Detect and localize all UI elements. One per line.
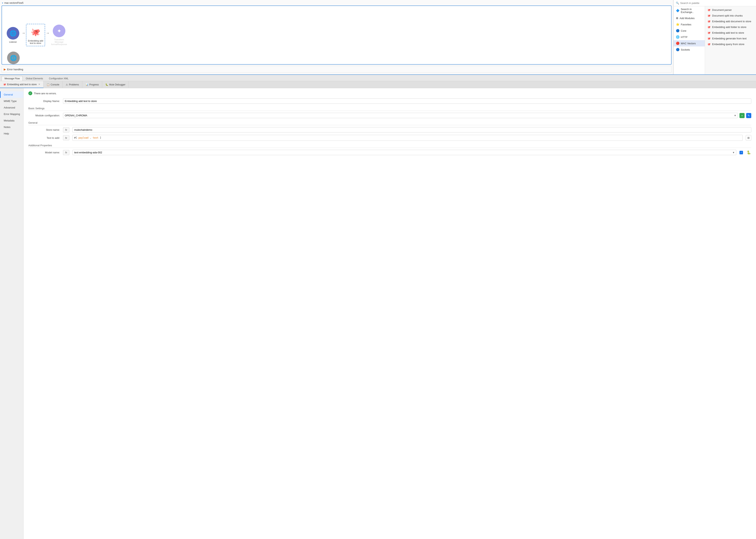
palette-search-input[interactable] <box>680 2 754 5</box>
display-name-input[interactable] <box>63 99 751 104</box>
canvas-tab-bar: Message Flow Global Elements Configurati… <box>0 75 756 81</box>
progress-label: Progress <box>89 83 99 86</box>
error-handling-label: Error handling <box>7 68 23 71</box>
mule-debugger-icon: 🐛 <box>105 83 108 86</box>
palette-left-panel: 🔷 Search in Exchange.. ⊕ Add Modules ⭐ F… <box>673 6 705 74</box>
transform-node[interactable]: ✦ Transform MessageformatResponse <box>50 25 68 45</box>
text-to-add-input[interactable]: #[ payload . text ] <box>72 135 743 141</box>
general-section-header: General <box>28 121 751 125</box>
flow-container: 🌐 Listener → 🐙 Embedding addtext to stor… <box>2 6 672 65</box>
search-icon: 🔍 <box>676 2 679 5</box>
nav-advanced[interactable]: Advanced <box>0 104 24 111</box>
flow-title-arrow: ▼ <box>2 2 4 4</box>
nav-general[interactable]: General <box>0 91 24 98</box>
add-config-btn[interactable]: + <box>739 113 745 118</box>
tab-configuration-xml[interactable]: Configuration XML <box>46 76 71 81</box>
palette-embed-add-doc[interactable]: 🐙 Embedding add document to store <box>705 19 756 24</box>
error-triangle-icon: ▶ <box>4 68 6 71</box>
tab-embed-close[interactable]: ✕ <box>38 83 40 86</box>
green-check-icon: ✓ <box>28 91 32 95</box>
bottom-main: General MIME Type Advanced Error Mapping… <box>0 88 756 539</box>
core-icon: 🔵 <box>676 29 680 33</box>
edit-config-btn[interactable]: ✎ <box>746 113 751 118</box>
palette-sockets[interactable]: 🔵 Sockets <box>673 46 705 53</box>
embed-add-text-label: Embedding add text to store <box>712 31 744 34</box>
additional-props-header: Additional Properties <box>28 144 751 148</box>
nav-help[interactable]: Help <box>0 130 24 137</box>
console-label: Console <box>50 83 59 86</box>
arrow-1: → <box>22 31 25 39</box>
palette-embed-add-folder[interactable]: 🐙 Embedding add folder to store <box>705 24 756 30</box>
error-handling-bar[interactable]: ▶ Error handling <box>2 66 672 73</box>
nav-notes-label: Notes <box>4 125 10 128</box>
embedding-add-node[interactable]: 🐙 Embedding addtext to store <box>26 24 45 46</box>
no-errors-label: There are no errors. <box>34 92 57 95</box>
palette-http[interactable]: 🌐 HTTP <box>673 34 705 40</box>
palette-doc-parser[interactable]: 🐙 Document parser <box>705 7 756 13</box>
palette-core-label: Core <box>681 29 686 32</box>
nav-metadata[interactable]: Metadata <box>0 117 24 124</box>
palette-sockets-label: Sockets <box>681 48 690 51</box>
tab-global-elements[interactable]: Global Elements <box>23 76 46 81</box>
model-name-select-wrapper: text-embedding-ada-002 ▼ <box>72 150 736 155</box>
palette-embed-query[interactable]: 🐙 Embedding query from store <box>705 41 756 47</box>
doc-parser-icon: 🐙 <box>707 9 711 11</box>
palette-mac-vectors[interactable]: 🔴 MAC Vectors <box>673 40 705 46</box>
tab-console[interactable]: 📋 Console <box>43 81 63 88</box>
arrow-2: → <box>46 31 49 39</box>
left-nav: General MIME Type Advanced Error Mapping… <box>0 88 24 539</box>
embed-gen-icon: 🐙 <box>707 37 711 40</box>
model-checkbox[interactable]: ✓ <box>739 151 743 154</box>
doc-parser-label: Document parser <box>712 9 732 11</box>
palette-embed-gen[interactable]: 🐙 Embedding generate from text <box>705 36 756 41</box>
embed-add-doc-icon: 🐙 <box>707 20 711 23</box>
embed-gen-label: Embedding generate from text <box>712 37 747 40</box>
embed-query-icon: 🐙 <box>707 43 711 46</box>
module-config-row: Module configuration: OPENAI_CHROMA ▼ + … <box>28 113 751 118</box>
palette-add-modules[interactable]: ⊕ Add Modules <box>673 15 705 21</box>
tab-message-flow[interactable]: Message Flow <box>2 76 23 81</box>
nav-help-label: Help <box>4 132 9 135</box>
tab-progress[interactable]: 📊 Progress <box>82 81 102 88</box>
model-name-select[interactable]: text-embedding-ada-002 <box>72 150 736 155</box>
listener-icon: 🌐 <box>7 27 19 39</box>
tab-embed-label: Embedding add text to store <box>7 83 37 86</box>
console-icon: 📋 <box>47 83 49 86</box>
text-to-add-fx[interactable]: fx <box>63 135 69 140</box>
sockets-icon: 🔵 <box>676 48 680 51</box>
store-name-input[interactable] <box>72 127 751 132</box>
text-to-add-label: Text to add: <box>28 136 60 139</box>
no-errors-bar: ✓ There are no errors. <box>28 91 751 95</box>
palette-http-label: HTTP <box>681 36 688 38</box>
flow-title-label: mac-vectorsFlow5 <box>4 2 24 4</box>
transform-icon: ✦ <box>53 25 65 37</box>
nav-mime-type[interactable]: MIME Type <box>0 98 24 104</box>
store-name-fx[interactable]: fx <box>63 127 69 132</box>
doc-split-label: Document split into chunks <box>712 14 743 17</box>
palette-search-exchange[interactable]: 🔷 Search in Exchange.. <box>673 6 705 15</box>
palette-add-modules-label: Add Modules <box>680 17 695 20</box>
palette-content: 🔷 Search in Exchange.. ⊕ Add Modules ⭐ F… <box>673 6 756 74</box>
embedding-add-icon: 🐙 <box>29 26 42 38</box>
module-config-select[interactable]: OPENAI_CHROMA <box>63 113 738 118</box>
palette-core[interactable]: 🔵 Core <box>673 28 705 34</box>
bottom-node-area: 🌐 <box>6 51 21 64</box>
palette-embed-add-text[interactable]: 🐙 Embedding add text to store <box>705 30 756 36</box>
tab-embedding-add-text[interactable]: 🐙 Embedding add text to store ✕ <box>0 81 43 88</box>
bottom-listener-node[interactable]: 🌐 <box>6 51 21 64</box>
mule-debugger-label: Mule Debugger <box>109 83 125 86</box>
listener-node[interactable]: 🌐 Listener <box>5 27 21 43</box>
nav-notes[interactable]: Notes <box>0 124 24 130</box>
basic-settings-header: Basic Settings <box>28 107 751 111</box>
model-name-fx[interactable]: fx <box>63 150 69 155</box>
nav-error-mapping[interactable]: Error Mapping <box>0 111 24 117</box>
nav-mime-type-label: MIME Type <box>4 100 17 103</box>
palette-favorites-label: Favorites <box>681 23 691 26</box>
palette-favorites[interactable]: ⭐ Favorites <box>673 21 705 28</box>
tab-problems[interactable]: ⚠ Problems <box>63 81 82 88</box>
model-snake-icon[interactable]: 🐍 <box>746 150 751 155</box>
grid-options-btn[interactable]: ⊞ <box>746 135 751 140</box>
tab-mule-debugger[interactable]: 🐛 Mule Debugger <box>102 81 129 88</box>
palette-doc-split[interactable]: 🐙 Document split into chunks <box>705 13 756 19</box>
nav-metadata-label: Metadata <box>4 119 14 122</box>
